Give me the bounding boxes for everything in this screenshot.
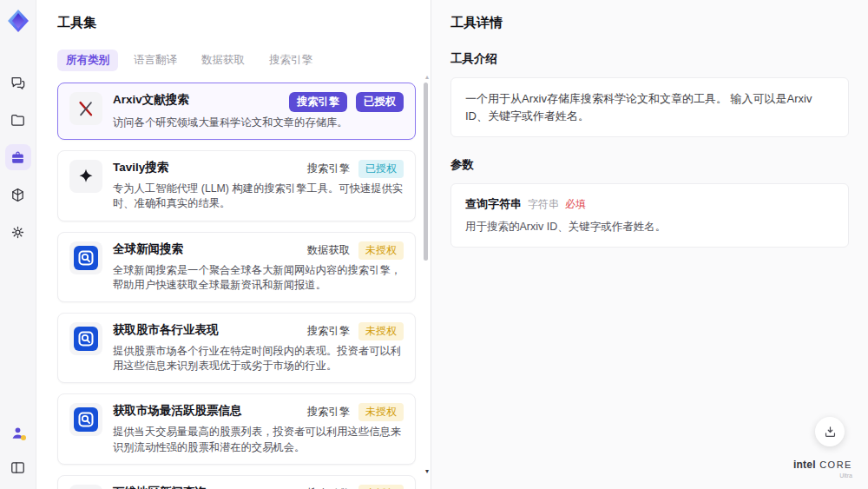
tab-3[interactable]: 搜索引擎 (260, 50, 321, 71)
tool-card[interactable]: Tavily搜索 搜索引擎 已授权 专为人工智能代理 (LLM) 构建的搜索引擎… (57, 150, 416, 221)
icon-rail (0, 0, 36, 489)
tool-description: 全球新闻搜索是一个聚合全球各大新闻网站内容的搜索引擎，帮助用户快速获取全球最新资… (113, 263, 404, 293)
rail-bottom (5, 420, 31, 480)
tool-card-main: 获取市场最活跃股票信息 搜索引擎 未授权 提供当天交易量最高的股票列表，投资者可… (113, 403, 404, 454)
app-window: 工具集 所有类别语言翻译数据获取搜索引擎 Arxiv文献搜索 搜索引擎 已授权 … (0, 0, 868, 489)
tool-badges: 搜索引擎 未授权 (307, 322, 404, 340)
tool-status-badge: 未授权 (358, 485, 404, 489)
scroll-up-icon[interactable]: ▴ (425, 73, 429, 81)
param-desc: 用于搜索的Arxiv ID、关键字或作者姓名。 (465, 220, 834, 235)
tool-badges: 数据获取 未授权 (307, 241, 404, 260)
tool-list: Arxiv文献搜索 搜索引擎 已授权 访问各个研究领域大量科学论文和文章的存储库… (57, 83, 431, 489)
tool-card-main: 获取股市各行业表现 搜索引擎 未授权 提供股票市场各个行业在特定时间段内的表现。… (113, 322, 404, 373)
intro-text: 一个用于从Arxiv存储库搜索科学论文和文章的工具。 输入可以是Arxiv ID… (465, 90, 834, 124)
tab-0[interactable]: 所有类别 (57, 50, 118, 71)
tool-card-main: 全球新闻搜索 数据获取 未授权 全球新闻搜索是一个聚合全球各大新闻网站内容的搜索… (113, 241, 404, 293)
tool-name: 获取股市各行业表现 (113, 322, 219, 337)
news-app-icon (69, 241, 102, 274)
tavily-icon (69, 160, 102, 193)
tool-status-badge: 未授权 (358, 322, 404, 340)
tool-card-head: Arxiv文献搜索 搜索引擎 已授权 (113, 92, 404, 112)
arxiv-icon (69, 92, 102, 125)
tool-card[interactable]: 获取市场最活跃股票信息 搜索引擎 未授权 提供当天交易量最高的股票列表，投资者可… (57, 393, 416, 464)
newspaper-icon (69, 485, 102, 489)
tool-status-badge: 已授权 (358, 160, 404, 178)
tool-badges: 搜索引擎 未授权 (307, 403, 404, 421)
news-app-icon (69, 322, 102, 355)
sidebar-item-tools[interactable] (5, 144, 31, 170)
rail-nav (5, 69, 31, 245)
intel-core-logo: intel CORE Ultra (790, 457, 856, 479)
tool-category-badge: 搜索引擎 (307, 324, 350, 339)
tool-name: 获取市场最活跃股票信息 (113, 403, 242, 418)
tool-card-head: 获取股市各行业表现 搜索引擎 未授权 (113, 322, 404, 340)
intro-card: 一个用于从Arxiv存储库搜索科学论文和文章的工具。 输入可以是Arxiv ID… (450, 77, 849, 137)
tool-badges: 搜索引擎 未授权 (307, 485, 404, 489)
tool-description: 专为人工智能代理 (LLM) 构建的搜索引擎工具。可快速提供实时、准确和真实的结… (113, 182, 404, 211)
sidebar-item-folder[interactable] (5, 107, 31, 133)
page-title: 工具集 (57, 15, 431, 31)
tool-description: 访问各个研究领域大量科学论文和文章的存储库。 (113, 116, 404, 130)
tool-badges: 搜索引擎 已授权 (307, 160, 404, 178)
tool-name: 全球新闻搜索 (113, 241, 183, 256)
tool-card-main: 万维地区新闻查询 搜索引擎 未授权 查询具体行政区划内的新闻，快速了解各地新闻动… (113, 485, 404, 489)
param-head: 查询字符串 字符串 必填 (465, 196, 834, 212)
sidebar-item-models[interactable] (5, 182, 31, 208)
tool-status-badge: 未授权 (358, 241, 404, 260)
tool-card[interactable]: 万维地区新闻查询 搜索引擎 未授权 查询具体行政区划内的新闻，快速了解各地新闻动… (57, 475, 416, 489)
app-logo-icon (4, 7, 32, 35)
tool-list-panel: 工具集 所有类别语言翻译数据获取搜索引擎 Arxiv文献搜索 搜索引擎 已授权 … (36, 0, 431, 489)
intro-heading: 工具介绍 (450, 51, 849, 67)
tool-category-badge: 搜索引擎 (307, 162, 350, 176)
scroll-down-icon[interactable]: ▾ (425, 467, 429, 475)
tool-detail-panel: 工具详情 工具介绍 一个用于从Arxiv存储库搜索科学论文和文章的工具。 输入可… (431, 0, 868, 489)
briefcase-icon (10, 149, 26, 166)
category-tabs: 所有类别语言翻译数据获取搜索引擎 (57, 50, 431, 71)
detail-title: 工具详情 (450, 15, 849, 31)
scrollbar-thumb[interactable] (424, 83, 428, 261)
tool-card-head: 万维地区新闻查询 搜索引擎 未授权 (113, 485, 404, 489)
sidebar-item-settings[interactable] (5, 219, 31, 245)
chat-icon (10, 75, 26, 91)
tool-card-main: Tavily搜索 搜索引擎 已授权 专为人工智能代理 (LLM) 构建的搜索引擎… (113, 160, 404, 211)
news-app-icon (69, 403, 102, 436)
tool-category-badge: 搜索引擎 (289, 92, 347, 112)
tool-card-head: 全球新闻搜索 数据获取 未授权 (113, 241, 404, 260)
tool-category-badge: 数据获取 (307, 243, 350, 258)
folder-icon (10, 112, 26, 129)
tool-name: 万维地区新闻查询 (113, 485, 207, 489)
tool-status-badge: 已授权 (356, 92, 404, 112)
user-avatar-button[interactable] (5, 420, 31, 446)
param-name: 查询字符串 (465, 196, 522, 212)
tool-badges: 搜索引擎 已授权 (289, 92, 404, 112)
scrollbar[interactable]: ▴ ▾ (422, 75, 429, 489)
tool-description: 提供股票市场各个行业在特定时间段内的表现。投资者可以利用这些信息来识别表现优于或… (113, 344, 404, 373)
tool-card[interactable]: Arxiv文献搜索 搜索引擎 已授权 访问各个研究领域大量科学论文和文章的存储库… (57, 83, 416, 140)
package-icon (10, 187, 26, 203)
tool-status-badge: 未授权 (358, 403, 404, 421)
gear-icon (10, 224, 26, 241)
tool-description: 提供当天交易量最高的股票列表，投资者可以利用这些信息来识别流动性强的股票和潜在的… (113, 425, 404, 454)
user-status-dot (21, 435, 26, 440)
tool-name: Tavily搜索 (113, 160, 168, 175)
tab-2[interactable]: 数据获取 (193, 50, 253, 71)
tool-card-head: Tavily搜索 搜索引擎 已授权 (113, 160, 404, 178)
tool-card[interactable]: 全球新闻搜索 数据获取 未授权 全球新闻搜索是一个聚合全球各大新闻网站内容的搜索… (57, 232, 416, 302)
download-icon (823, 425, 838, 439)
param-card: 查询字符串 字符串 必填 用于搜索的Arxiv ID、关键字或作者姓名。 (450, 183, 849, 248)
params-heading: 参数 (450, 157, 849, 173)
tool-card[interactable]: 获取股市各行业表现 搜索引擎 未授权 提供股票市场各个行业在特定时间段内的表现。… (57, 313, 416, 383)
tool-category-badge: 搜索引擎 (307, 405, 350, 420)
tool-card-main: Arxiv文献搜索 搜索引擎 已授权 访问各个研究领域大量科学论文和文章的存储库… (113, 92, 404, 130)
collapse-panel-button[interactable] (5, 454, 31, 480)
param-required-badge: 必填 (565, 197, 586, 212)
tab-1[interactable]: 语言翻译 (125, 50, 186, 71)
download-button[interactable] (815, 417, 845, 446)
tool-name: Arxiv文献搜索 (113, 92, 189, 107)
sidebar-item-chat[interactable] (5, 69, 31, 96)
tool-card-head: 获取市场最活跃股票信息 搜索引擎 未授权 (113, 403, 404, 421)
param-type: 字符串 (528, 197, 559, 212)
